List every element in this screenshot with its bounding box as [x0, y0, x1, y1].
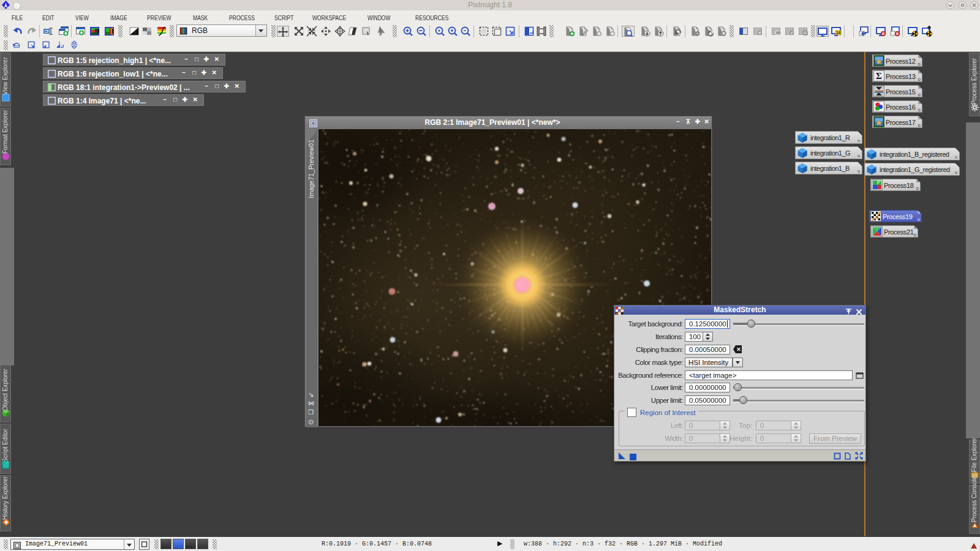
svg-text:24: 24: [836, 31, 841, 35]
svg-text:Σ: Σ: [876, 71, 882, 81]
